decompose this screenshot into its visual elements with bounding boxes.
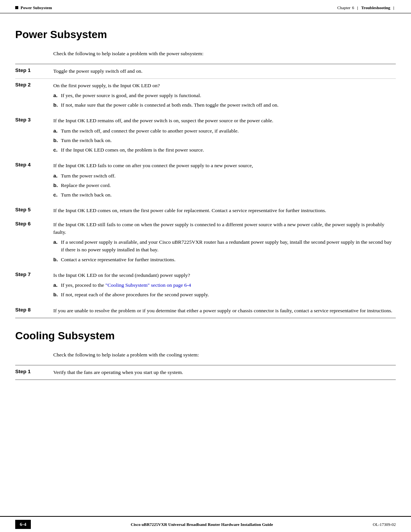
list-item: c. If the Input OK LED comes on, the pro… [53, 146, 396, 154]
header-chapter-info: Chapter 6 | Troubleshooting | [337, 5, 396, 10]
table-row: Step 2 On the first power supply, is the… [15, 78, 396, 114]
list-item: a. If a second power supply is available… [53, 238, 396, 254]
table-row: Step 1 Verify that the fans are operatin… [15, 365, 396, 380]
step-label: Step 3 [15, 114, 49, 159]
table-row: Step 5 If the Input OK LED comes on, ret… [15, 204, 396, 217]
list-item: a. Turn the power switch off. [53, 172, 396, 180]
header-separator: | [357, 5, 358, 10]
table-row: Step 6 If the Input OK LED still fails t… [15, 218, 396, 268]
sub-list: a. Turn the switch off, and connect the … [53, 127, 396, 154]
list-item: a. Turn the switch off, and connect the … [53, 127, 396, 135]
sub-list: a. If yes, proceed to the "Cooling Subsy… [53, 281, 396, 299]
cooling-section: Cooling Subsystem Check the following to… [15, 330, 396, 380]
list-item: a. If yes, the power source is good, and… [53, 92, 396, 99]
header-square-icon [15, 6, 18, 9]
footer-doc-title: Cisco uBR7225VXR Universal Broadband Rou… [31, 522, 373, 527]
step-content: On the first power supply, is the Input … [49, 78, 396, 114]
table-row: Step 1 Toggle the power supply switch of… [15, 64, 396, 78]
table-row: Step 4 If the Input OK LED fails to come… [15, 159, 396, 204]
step-content: If the Input OK LED remains off, and the… [49, 114, 396, 159]
page-number: 6-4 [15, 520, 31, 529]
list-item: b. Contact a service representative for … [53, 256, 396, 264]
page-container: Power Subsystem Chapter 6 | Troubleshoot… [0, 0, 411, 532]
step-content: If the Input OK LED fails to come on aft… [49, 159, 396, 204]
table-row: Step 8 If you are unable to resolve the … [15, 304, 396, 318]
step-content: Is the Input OK LED on for the second (r… [49, 268, 396, 304]
step-label: Step 8 [15, 304, 49, 318]
footer-doc-num: OL-17309-02 [373, 522, 396, 527]
sub-list: a. If yes, the power source is good, and… [53, 92, 396, 109]
list-item: b. Turn the switch back on. [53, 137, 396, 144]
cooling-section-heading: Cooling Subsystem [15, 330, 396, 342]
step-label: Step 2 [15, 78, 49, 114]
cooling-subsystem-link[interactable]: "Cooling Subsystem" section on page 6-4 [105, 282, 191, 288]
content-area: Power Subsystem Check the following to h… [0, 13, 411, 516]
step-label: Step 5 [15, 204, 49, 217]
power-steps-table: Step 1 Toggle the power supply switch of… [15, 64, 396, 318]
step-label: Step 4 [15, 159, 49, 204]
header-chapter-num: 6 [352, 5, 354, 10]
sub-list: a. If a second power supply is available… [53, 238, 396, 264]
table-row: Step 3 If the Input OK LED remains off, … [15, 114, 396, 159]
step-content: Toggle the power supply switch off and o… [49, 64, 396, 78]
step-content: If the Input OK LED comes on, return the… [49, 204, 396, 217]
step-content: Verify that the fans are operating when … [49, 365, 396, 380]
header-separator-right: | [393, 5, 394, 10]
header-breadcrumb: Power Subsystem [15, 5, 52, 10]
list-item: b. If not, repeat each of the above proc… [53, 291, 396, 299]
page-footer: 6-4 Cisco uBR7225VXR Universal Broadband… [0, 516, 411, 532]
step-label: Step 7 [15, 268, 49, 304]
list-item: c. Turn the switch back on. [53, 191, 396, 199]
list-item: b. Replace the power cord. [53, 182, 396, 189]
step-content: If you are unable to resolve the problem… [49, 304, 396, 318]
step-label: Step 1 [15, 365, 49, 380]
power-intro-text: Check the following to help isolate a pr… [53, 50, 396, 58]
sub-list: a. Turn the power switch off. b. Replace… [53, 172, 396, 199]
step-label: Step 6 [15, 218, 49, 268]
header-chapter-label: Chapter [337, 5, 350, 10]
header-breadcrumb-text: Power Subsystem [21, 5, 52, 10]
cooling-steps-table: Step 1 Verify that the fans are operatin… [15, 365, 396, 380]
step-content: If the Input OK LED still fails to come … [49, 218, 396, 268]
step7a-content: If yes, proceed to the "Cooling Subsyste… [61, 281, 396, 289]
page-header: Power Subsystem Chapter 6 | Troubleshoot… [0, 0, 411, 13]
power-section-heading: Power Subsystem [15, 29, 396, 41]
step-label: Step 1 [15, 64, 49, 78]
table-row: Step 7 Is the Input OK LED on for the se… [15, 268, 396, 304]
header-section-title: Troubleshooting [361, 5, 390, 10]
list-item: b. If not, make sure that the power cabl… [53, 101, 396, 109]
list-item: a. If yes, proceed to the "Cooling Subsy… [53, 281, 396, 289]
cooling-intro-text: Check the following to help isolate a pr… [53, 351, 396, 359]
